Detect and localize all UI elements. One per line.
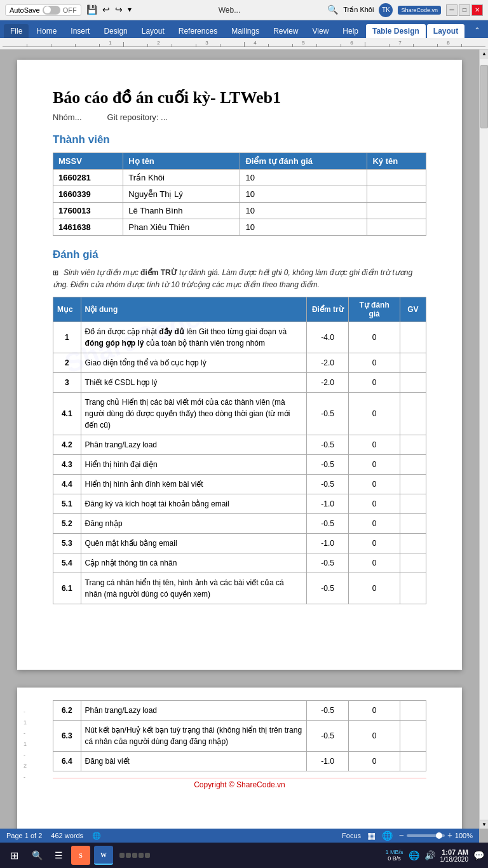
member-row: 1660281Trần Khôi10	[53, 170, 426, 186]
language-indicator: 🌐	[92, 832, 101, 840]
scrollbar[interactable]: ▲ ▼	[479, 50, 488, 829]
undo-icon[interactable]: ↩	[102, 4, 110, 15]
taskbar-app-word[interactable]: W	[94, 846, 113, 865]
zoom-level: 100%	[455, 832, 473, 839]
eval-col-nd: Nội dung	[81, 297, 306, 322]
col-mssv: MSSV	[53, 153, 123, 170]
member-row: 1660339Nguyễn Thị Lý10	[53, 186, 426, 203]
taskbar-clock: 1:07 AM 1/18/2020	[440, 848, 469, 863]
document-title: Báo cáo đồ án cuối kỳ- LTWeb1	[53, 88, 426, 107]
eval-row-p2: 6.4Đăng bài viết-1.00	[53, 752, 426, 771]
tab-home[interactable]: Home	[30, 24, 63, 38]
notification-icon[interactable]: 💬	[473, 850, 484, 860]
eval-col-dm: Điểm trừ	[306, 297, 348, 322]
ruler: 1 2 3 4 5 6 7 8	[0, 38, 488, 50]
subtitle-group: Nhóm...	[53, 112, 82, 122]
tab-table-design[interactable]: Table Design	[366, 24, 426, 38]
eval-header-row: Mục Nội dung Điểm trừ Tự đánh giá GV	[53, 297, 426, 322]
eval-row-p2: 6.3Nút kết bạn/Huỷ kết bạn tuỳ trạng thá…	[53, 721, 426, 752]
section-danh-gia: Đánh giá	[53, 248, 426, 261]
eval-row: 5.4Cập nhật thông tin cá nhân-0.50	[53, 553, 426, 573]
web-layout-icon[interactable]: 🌐	[382, 831, 393, 841]
eval-row: 5.2Đăng nhập-0.50	[53, 514, 426, 534]
tab-mailings[interactable]: Mailings	[225, 24, 266, 38]
zoom-out-icon[interactable]: −	[399, 831, 404, 841]
page-indicator: Page 1 of 2	[6, 832, 42, 839]
eval-expand-icon[interactable]: ⊞	[53, 269, 58, 277]
eval-row: 2Giao diện tổng thể và bố cục hợp lý-2.0…	[53, 353, 426, 373]
ribbon-collapse-icon[interactable]: ⌃	[470, 24, 484, 38]
document-area: ShareCode.vn Báo cáo đồ án cuối kỳ- LTWe…	[0, 50, 479, 868]
eval-row: 4.3Hiển thị hình đại diện-0.50	[53, 455, 426, 475]
eval-row: 4.4Hiển thị hình ảnh đính kèm bài viết-0…	[53, 475, 426, 494]
tab-review[interactable]: Review	[267, 24, 304, 38]
autosave-label: AutoSave	[10, 6, 40, 14]
zoom-in-icon[interactable]: +	[447, 831, 452, 841]
tab-help[interactable]: Help	[336, 24, 365, 38]
eval-note: Sinh viên tự điền mục điểm TRỪ tự đánh g…	[53, 268, 412, 289]
titlebar: AutoSave OFF 💾 ↩ ↪ ▾ Web... 🔍 Trần Khôi …	[0, 0, 488, 20]
zoom-control[interactable]: − + 100%	[399, 831, 473, 841]
tab-layout[interactable]: Layout	[135, 24, 171, 38]
sharecode-badge: ShareCode.vn	[398, 6, 441, 15]
zoom-slider[interactable]	[407, 834, 445, 837]
scroll-thumb[interactable]	[480, 65, 488, 128]
taskbar-app-sublime[interactable]: S	[71, 846, 90, 865]
eval-row: 1Đồ án được cập nhật đầy đủ lên Git theo…	[53, 322, 426, 353]
autosave-control[interactable]: AutoSave OFF	[5, 4, 81, 16]
eval-row: 5.3Quên mật khẩu bằng email-1.00	[53, 534, 426, 553]
minimize-button[interactable]: ─	[446, 4, 458, 16]
members-header-row: MSSV Họ tên Điểm tự đánh giá Ký tên	[53, 153, 426, 170]
volume-icon[interactable]: 🔊	[424, 850, 435, 860]
section-thanh-vien: Thành viên	[53, 133, 426, 146]
tab-file[interactable]: File	[4, 24, 29, 38]
eval-row: 4.2Phân trang/Lazy load-0.50	[53, 435, 426, 455]
copyright-bar: Copyright © ShareCode.vn	[53, 778, 426, 791]
autosave-toggle[interactable]	[43, 6, 60, 15]
eval-row: 3Thiết kế CSDL hợp lý-2.00	[53, 373, 426, 393]
save-icon[interactable]: 💾	[86, 4, 97, 15]
members-table: MSSV Họ tên Điểm tự đánh giá Ký tên 1660…	[53, 153, 426, 236]
task-view-button[interactable]: ☰	[50, 846, 67, 864]
eval-row: 5.1Đăng ký và kích hoạt tài khoản bằng e…	[53, 494, 426, 514]
user-avatar[interactable]: TK	[379, 3, 393, 17]
member-row: 1760013Lê Thanh Bình10	[53, 203, 426, 219]
eval-table: Mục Nội dung Điểm trừ Tự đánh giá GV 1Đồ…	[53, 297, 426, 604]
taskbar-groups	[119, 853, 150, 858]
user-name: Trần Khôi	[343, 6, 374, 14]
col-kyten: Ký tên	[367, 153, 426, 170]
network-icon: 🌐	[409, 850, 419, 860]
taskbar: ⊞ 🔍 ☰ S W 1 MB/s 0 B/s 🌐 🔊 1:07 AM 1/18/…	[0, 843, 488, 868]
title-center: Web...	[219, 6, 240, 15]
col-hoten: Họ tên	[123, 153, 240, 170]
document-subtitle: Nhóm... Git repository: ...	[53, 112, 426, 122]
focus-mode[interactable]: Focus	[342, 832, 361, 839]
ribbon: File Home Insert Design Layout Reference…	[0, 20, 488, 38]
close-button[interactable]: ✕	[471, 4, 483, 16]
network-stats: 1 MB/s 0 B/s	[385, 849, 403, 862]
page-1: ShareCode.vn Báo cáo đồ án cuối kỳ- LTWe…	[17, 60, 462, 670]
statusbar: Page 1 of 2 462 words 🌐 Focus ▦ 🌐 − + 10…	[0, 829, 479, 843]
eval-row: 6.1Trang cá nhân hiển thị tên, hình ảnh …	[53, 573, 426, 604]
layout-icon[interactable]: ▦	[367, 831, 376, 841]
tab-layout2[interactable]: Layout	[427, 24, 464, 38]
member-row: 1461638Phan Xiêu Thiên10	[53, 219, 426, 236]
eval-col-gv: GV	[400, 297, 426, 322]
search-icon[interactable]: 🔍	[327, 4, 338, 15]
scroll-up-button[interactable]: ▲	[480, 50, 488, 58]
tab-insert[interactable]: Insert	[64, 24, 96, 38]
subtitle-repo: Git repository: ...	[107, 112, 168, 122]
start-button[interactable]: ⊞	[4, 845, 24, 865]
col-diem: Điểm tự đánh giá	[240, 153, 367, 170]
customize-icon[interactable]: ▾	[128, 5, 132, 15]
page-margin-numbers: -1-1-2-	[24, 707, 27, 783]
search-taskbar[interactable]: 🔍	[28, 846, 46, 864]
redo-icon[interactable]: ↪	[115, 4, 123, 15]
tab-view[interactable]: View	[306, 24, 336, 38]
tab-references[interactable]: References	[172, 24, 224, 38]
restore-button[interactable]: □	[459, 4, 470, 16]
tab-design[interactable]: Design	[97, 24, 133, 38]
eval-col-td: Tự đánh giá	[349, 297, 400, 322]
autosave-state: OFF	[63, 6, 77, 14]
scroll-down-button[interactable]: ▼	[480, 820, 488, 829]
